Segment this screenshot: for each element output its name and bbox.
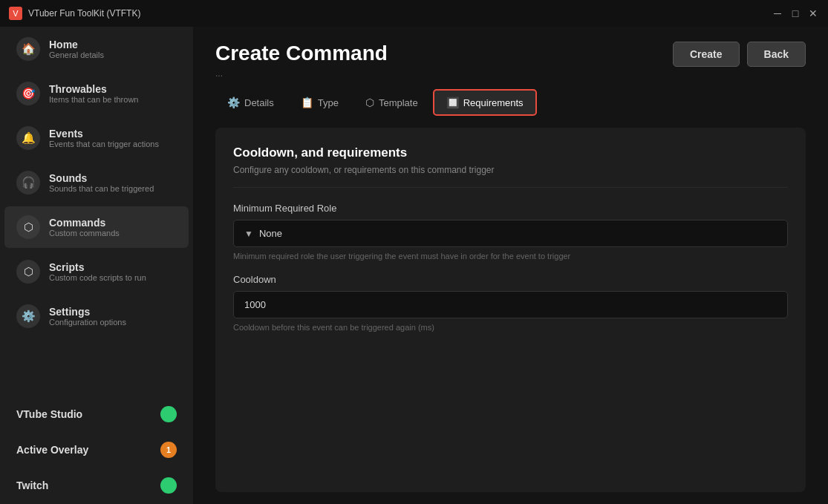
create-button[interactable]: Create bbox=[673, 42, 740, 67]
titlebar: V VTuber Fun ToolKit (VTFTK) ─ □ ✕ bbox=[0, 0, 828, 27]
maximize-button[interactable]: □ bbox=[789, 7, 801, 19]
sidebar-sounds-label: Sounds bbox=[49, 172, 154, 184]
page-title: Create Command bbox=[215, 42, 388, 65]
sidebar-sounds-sub: Sounds that can be triggered bbox=[49, 184, 154, 193]
commands-icon: ⬡ bbox=[16, 215, 40, 239]
requirements-panel: Cooldown, and requirements Configure any… bbox=[215, 128, 806, 492]
active-overlay-label: Active Overlay bbox=[16, 444, 88, 456]
panel-title: Cooldown, and requirements bbox=[233, 145, 788, 160]
cooldown-label: Cooldown bbox=[233, 274, 788, 285]
back-button[interactable]: Back bbox=[747, 42, 806, 67]
sidebar-events-label: Events bbox=[49, 128, 159, 140]
sidebar-scripts-sub: Custom code scripts to run bbox=[49, 273, 146, 282]
sidebar-item-throwables[interactable]: 🎯 Throwables Items that can be thrown bbox=[4, 73, 189, 114]
tab-bar: ⚙️ Details 📋 Type ⬡ Template 🔲 Requireme… bbox=[193, 79, 828, 116]
details-tab-icon: ⚙️ bbox=[227, 96, 240, 108]
app-title: VTuber Fun ToolKit (VTFTK) bbox=[28, 8, 140, 19]
minimize-button[interactable]: ─ bbox=[772, 7, 783, 19]
vtube-studio-status bbox=[160, 406, 177, 422]
events-icon: 🔔 bbox=[16, 126, 40, 150]
main-layout: 🏠 Home General details 🎯 Throwables Item… bbox=[0, 27, 828, 504]
sidebar-throwables-label: Throwables bbox=[49, 83, 138, 95]
close-button[interactable]: ✕ bbox=[807, 7, 819, 19]
sidebar-bottom: VTube Studio Active Overlay 1 Twitch bbox=[0, 396, 193, 504]
settings-icon: ⚙️ bbox=[16, 304, 40, 328]
active-overlay-status: 1 bbox=[160, 442, 177, 458]
cooldown-hint: Cooldown before this event can be trigge… bbox=[233, 323, 788, 332]
breadcrumb: ... bbox=[215, 68, 388, 79]
min-role-label: Minimum Required Role bbox=[233, 203, 788, 214]
tab-type-label: Type bbox=[318, 97, 339, 108]
template-tab-icon: ⬡ bbox=[365, 96, 374, 108]
content-area: Create Command ... Create Back ⚙️ Detail… bbox=[193, 27, 828, 504]
sidebar-item-home[interactable]: 🏠 Home General details bbox=[4, 28, 189, 70]
scripts-icon: ⬡ bbox=[16, 260, 40, 284]
select-arrow-icon: ▼ bbox=[244, 229, 253, 239]
window-controls: ─ □ ✕ bbox=[772, 7, 819, 19]
sidebar-events-sub: Events that can trigger actions bbox=[49, 140, 159, 148]
tab-template-label: Template bbox=[379, 97, 418, 108]
twitch-label: Twitch bbox=[16, 480, 48, 491]
sounds-icon: 🎧 bbox=[16, 171, 40, 194]
twitch-status bbox=[160, 477, 177, 494]
min-role-value: None bbox=[259, 228, 282, 239]
sidebar-scripts-label: Scripts bbox=[49, 261, 146, 273]
home-icon: 🏠 bbox=[16, 37, 40, 61]
tab-template[interactable]: ⬡ Template bbox=[353, 89, 430, 116]
content-header: Create Command ... Create Back bbox=[193, 27, 828, 79]
sidebar-item-sounds[interactable]: 🎧 Sounds Sounds that can be triggered bbox=[4, 162, 189, 203]
sidebar-item-vtube-studio[interactable]: VTube Studio bbox=[4, 397, 189, 431]
tab-type[interactable]: 📋 Type bbox=[289, 89, 351, 116]
throwables-icon: 🎯 bbox=[16, 82, 40, 105]
vtube-studio-label: VTube Studio bbox=[16, 408, 82, 420]
sidebar-item-events[interactable]: 🔔 Events Events that can trigger actions bbox=[4, 117, 189, 159]
tab-requirements-label: Requirements bbox=[463, 97, 524, 108]
min-role-select[interactable]: ▼ None bbox=[233, 220, 788, 247]
titlebar-left: V VTuber Fun ToolKit (VTFTK) bbox=[9, 7, 140, 20]
app-icon: V bbox=[9, 7, 22, 20]
sidebar-item-commands[interactable]: ⬡ Commands Custom commands bbox=[4, 206, 189, 248]
tab-requirements[interactable]: 🔲 Requirements bbox=[433, 89, 537, 116]
min-role-hint: Minimum required role the user triggerin… bbox=[233, 252, 788, 261]
sidebar-commands-label: Commands bbox=[49, 217, 120, 229]
type-tab-icon: 📋 bbox=[301, 96, 313, 108]
sidebar-home-label: Home bbox=[49, 39, 104, 50]
sidebar-item-active-overlay[interactable]: Active Overlay 1 bbox=[4, 433, 189, 467]
tab-details-label: Details bbox=[244, 97, 274, 108]
sidebar-home-sub: General details bbox=[49, 50, 104, 59]
sidebar-settings-label: Settings bbox=[49, 306, 126, 318]
sidebar: 🏠 Home General details 🎯 Throwables Item… bbox=[0, 27, 193, 504]
panel-subtitle: Configure any cooldown, or requirements … bbox=[233, 165, 788, 188]
sidebar-item-twitch[interactable]: Twitch bbox=[4, 468, 189, 503]
sidebar-commands-sub: Custom commands bbox=[49, 229, 120, 238]
requirements-tab-icon: 🔲 bbox=[446, 96, 459, 108]
sidebar-item-settings[interactable]: ⚙️ Settings Configuration options bbox=[4, 295, 189, 337]
sidebar-throwables-sub: Items that can be thrown bbox=[49, 95, 138, 104]
sidebar-settings-sub: Configuration options bbox=[49, 318, 126, 327]
sidebar-item-scripts[interactable]: ⬡ Scripts Custom code scripts to run bbox=[4, 251, 189, 292]
cooldown-input[interactable] bbox=[233, 291, 788, 318]
header-buttons: Create Back bbox=[673, 42, 806, 67]
tab-details[interactable]: ⚙️ Details bbox=[215, 89, 286, 116]
